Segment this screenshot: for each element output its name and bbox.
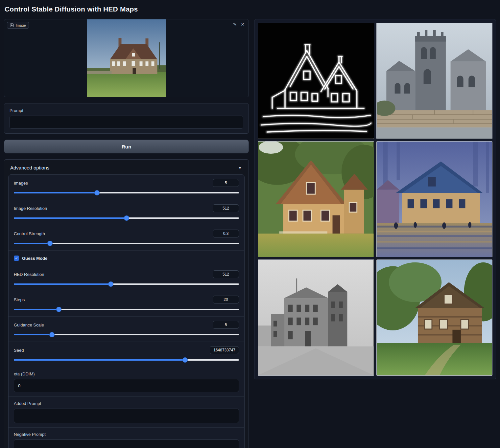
control-negative-prompt: Negative Prompt <box>9 428 244 448</box>
advanced-options-accordion: Advanced options ▼ Images5Image Resoluti… <box>4 159 249 448</box>
images-slider-fill <box>14 192 97 193</box>
advanced-options-body: Images5Image Resolution512Control Streng… <box>8 174 245 448</box>
control-eta-ddim: eta (DDIM) <box>9 367 244 397</box>
run-button[interactable]: Run <box>4 140 249 153</box>
pencil-icon[interactable]: ✎ <box>233 22 237 27</box>
control-steps: Steps20 <box>9 291 244 317</box>
gallery-item-wooden-house-painting[interactable] <box>258 141 374 258</box>
advanced-options-label: Advanced options <box>10 165 49 170</box>
image-type-badge: Image <box>7 22 29 29</box>
image-resolution-value-input[interactable]: 512 <box>213 204 239 212</box>
control-strength-slider-handle[interactable] <box>48 241 52 246</box>
hed-resolution-slider-fill <box>14 283 111 285</box>
chevron-down-icon: ▼ <box>238 166 242 170</box>
input-image-block: Image ✎ ✕ <box>4 19 249 97</box>
hed-resolution-slider-handle[interactable] <box>108 282 113 286</box>
control-guidance-scale: Guidance Scale5 <box>9 317 244 342</box>
prompt-input[interactable] <box>10 116 243 129</box>
hed-resolution-value-input[interactable]: 512 <box>213 270 239 278</box>
checkbox-check-icon: ✓ <box>14 256 19 261</box>
input-image[interactable] <box>87 19 166 97</box>
control-images: Images5 <box>9 175 244 200</box>
steps-slider-fill <box>14 309 59 310</box>
image-resolution-slider[interactable] <box>14 215 239 221</box>
steps-slider-handle[interactable] <box>57 307 61 312</box>
image-badge-label: Image <box>16 23 26 27</box>
gallery-item-country-house[interactable] <box>376 259 493 376</box>
seed-value-input[interactable]: 1648733747 <box>210 346 239 354</box>
page-title: Control Stable Diffusion with HED Maps <box>5 5 496 13</box>
guess-mode-checkbox[interactable]: ✓Guess Mode <box>14 255 239 261</box>
hed-resolution-slider[interactable] <box>14 281 239 287</box>
guidance-scale-slider[interactable] <box>14 332 239 337</box>
gallery-item-stone-cathedral[interactable] <box>376 23 493 139</box>
images-label: Images <box>14 181 28 186</box>
hed-resolution-label: HED Resolution <box>14 272 44 277</box>
advanced-options-header[interactable]: Advanced options ▼ <box>8 164 245 174</box>
control-strength-value-input[interactable]: 0.3 <box>213 230 239 237</box>
guidance-scale-slider-handle[interactable] <box>50 332 54 337</box>
seed-slider-handle[interactable] <box>183 358 187 362</box>
images-value-input[interactable]: 5 <box>213 179 239 187</box>
gallery-grid <box>258 23 492 376</box>
control-added-prompt: Added Prompt <box>9 397 244 428</box>
control-hed-resolution: HED Resolution512 <box>9 266 244 291</box>
guidance-scale-slider-fill <box>14 334 52 335</box>
left-column: Image ✎ ✕ <box>4 19 249 448</box>
seed-slider-fill <box>14 359 185 361</box>
image-resolution-slider-handle[interactable] <box>124 216 129 220</box>
negative-prompt-label: Negative Prompt <box>14 432 239 437</box>
guess-mode-label: Guess Mode <box>22 256 47 261</box>
control-strength-label: Control Strength <box>14 231 45 236</box>
close-icon[interactable]: ✕ <box>241 22 245 27</box>
steps-value-input[interactable]: 20 <box>213 296 239 303</box>
added-prompt-input[interactable] <box>14 409 239 423</box>
image-toolbar: ✎ ✕ <box>233 22 245 27</box>
images-slider[interactable] <box>14 190 239 195</box>
images-slider-handle[interactable] <box>95 190 99 195</box>
eta-ddim-input[interactable] <box>14 379 239 392</box>
control-control-strength: Control Strength0.3 <box>9 225 244 251</box>
gallery-item-impressionist-house[interactable] <box>376 141 493 258</box>
guidance-scale-label: Guidance Scale <box>14 323 44 327</box>
app-root: Control Stable Diffusion with HED Maps I… <box>0 0 500 448</box>
gallery-item-hed-map[interactable] <box>258 23 374 139</box>
negative-prompt-input[interactable] <box>14 439 239 448</box>
image-resolution-slider-fill <box>14 217 127 219</box>
control-strength-slider-fill <box>14 243 50 244</box>
image-resolution-label: Image Resolution <box>14 206 47 211</box>
prompt-label: Prompt <box>10 108 243 113</box>
control-strength-slider[interactable] <box>14 241 239 246</box>
steps-label: Steps <box>14 297 25 302</box>
control-image-resolution: Image Resolution512 <box>9 200 244 225</box>
control-seed: Seed1648733747 <box>9 342 244 367</box>
steps-slider[interactable] <box>14 307 239 312</box>
eta-ddim-label: eta (DDIM) <box>14 371 239 376</box>
image-icon <box>10 23 14 27</box>
output-gallery <box>254 19 496 379</box>
prompt-block: Prompt <box>4 103 249 134</box>
gallery-item-grayscale-building[interactable] <box>258 259 374 376</box>
guidance-scale-value-input[interactable]: 5 <box>213 321 239 329</box>
seed-label: Seed <box>14 348 24 353</box>
added-prompt-label: Added Prompt <box>14 401 239 406</box>
seed-slider[interactable] <box>14 357 239 363</box>
control-guess-mode: ✓Guess Mode <box>9 251 244 266</box>
